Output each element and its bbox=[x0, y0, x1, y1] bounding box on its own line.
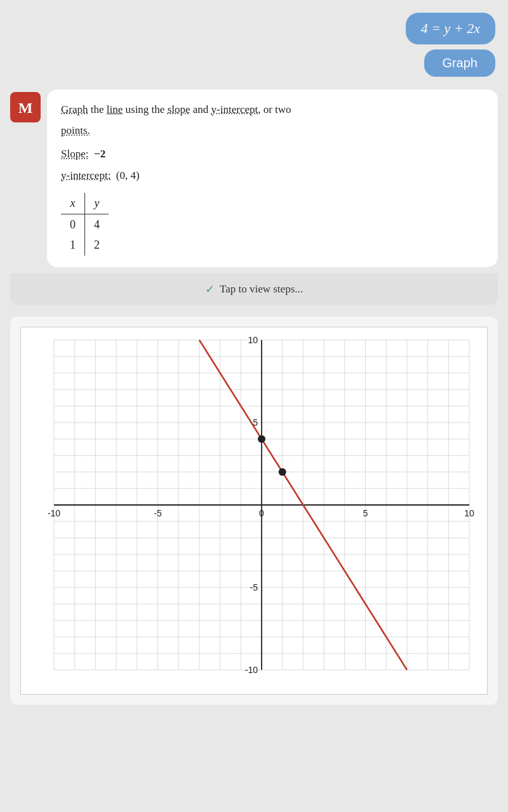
equation-text: 4 = y + 2x bbox=[421, 20, 480, 36]
intercept-label: y-intercept: bbox=[61, 169, 110, 181]
intro-text: Graph the line using the slope and y-int… bbox=[61, 101, 484, 118]
slope-word: slope bbox=[168, 103, 190, 115]
x-val-2: 1 bbox=[61, 235, 85, 256]
xy-table-section: x y 0 4 1 2 bbox=[61, 193, 484, 256]
table-header-row: x y bbox=[61, 193, 109, 214]
xy-table: x y 0 4 1 2 bbox=[61, 193, 109, 256]
y-intercept-word: y-intercept bbox=[211, 103, 258, 115]
graph-canvas bbox=[21, 327, 488, 695]
table-row: 0 4 bbox=[61, 214, 109, 235]
svg-text:M: M bbox=[18, 100, 33, 116]
response-area: M Graph the line using the slope and y-i… bbox=[10, 89, 498, 267]
graph-inner bbox=[20, 327, 488, 695]
x-header: x bbox=[61, 193, 85, 214]
steps-label: Tap to view steps... bbox=[220, 283, 303, 296]
table-row: 1 2 bbox=[61, 235, 109, 256]
slope-label: Slope: bbox=[61, 148, 88, 160]
y-header: y bbox=[85, 193, 109, 214]
x-val-1: 0 bbox=[61, 214, 85, 235]
graph-container bbox=[10, 317, 498, 705]
logo-svg: M bbox=[14, 96, 37, 119]
graph-button[interactable]: Graph bbox=[424, 49, 495, 77]
check-icon: ✓ bbox=[205, 282, 215, 296]
slope-line: Slope: −2 bbox=[61, 145, 484, 162]
points-word: points. bbox=[61, 124, 90, 136]
y-val-2: 2 bbox=[85, 235, 109, 256]
intercept-value: (0, 4) bbox=[116, 169, 140, 181]
slope-value: −2 bbox=[94, 148, 105, 160]
response-card: Graph the line using the slope and y-int… bbox=[47, 89, 498, 267]
intro-text-2: points. bbox=[61, 122, 484, 139]
line-word: line bbox=[107, 103, 123, 115]
steps-bar[interactable]: ✓ Tap to view steps... bbox=[10, 273, 498, 305]
top-area: 4 = y + 2x Graph bbox=[0, 0, 508, 83]
app-logo: M bbox=[10, 92, 41, 122]
intercept-line: y-intercept: (0, 4) bbox=[61, 167, 484, 184]
graph-word: Graph bbox=[61, 103, 88, 115]
equation-bubble: 4 = y + 2x bbox=[406, 13, 495, 44]
y-val-1: 4 bbox=[85, 214, 109, 235]
